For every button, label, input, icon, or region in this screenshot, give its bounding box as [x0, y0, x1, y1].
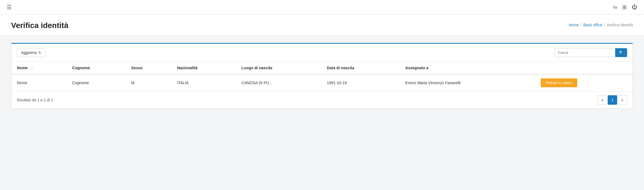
page-header: Verifica identità Home / Back office / V…	[0, 14, 644, 35]
results-text: Risultati da 1 a 1 di 1	[17, 98, 53, 102]
power-icon[interactable]: ⏻	[632, 4, 637, 10]
breadcrumb: Home / Back office / Verifica identità	[569, 23, 633, 27]
search-input[interactable]	[554, 48, 615, 57]
breadcrumb-sep-2: /	[604, 23, 605, 27]
toolbar-left: Aggiorna ↻	[17, 48, 46, 57]
col-luogo-nascita-label: Luogo di nascita	[241, 66, 272, 70]
grid-icon[interactable]: ⊞	[622, 4, 627, 11]
toolbar: Aggiorna ↻ 🔍	[11, 44, 633, 62]
pagination: « 1 »	[598, 95, 627, 105]
aggiorna-button[interactable]: Aggiorna ↻	[17, 48, 46, 57]
col-data-nascita: Data di nascita	[321, 62, 400, 74]
breadcrumb-sep-1: /	[581, 23, 582, 27]
cell-nome: Nome	[11, 74, 67, 91]
cell-data-nascita: 1991-10-19	[321, 74, 400, 91]
language-label: ita	[613, 5, 617, 9]
breadcrumb-current: Verifica identità	[607, 23, 633, 27]
col-assegnato-a-label: Assegnato a	[405, 66, 428, 70]
results-table: Nome ↑↓ Cognome Sesso Nazionalità Luogo …	[11, 62, 633, 91]
col-nazionalita: Nazionalità	[172, 62, 236, 74]
col-data-nascita-label: Data di nascita	[327, 66, 354, 70]
table-header-row: Nome ↑↓ Cognome Sesso Nazionalità Luogo …	[11, 62, 633, 74]
col-sesso-label: Sesso	[131, 66, 143, 70]
hamburger-icon[interactable]: ☰	[7, 4, 12, 11]
page-1-button[interactable]: 1	[608, 95, 617, 105]
table-footer: Risultati da 1 a 1 di 1 « 1 »	[11, 91, 633, 109]
col-sesso: Sesso	[126, 62, 172, 74]
prendi-in-carico-button[interactable]: Prendi in carico	[541, 78, 578, 87]
cell-nazionalita: ITALIA	[172, 74, 236, 91]
col-action	[535, 62, 633, 74]
panel: Aggiorna ↻ 🔍 Nome ↑↓	[11, 43, 633, 109]
navbar-right: ita ⊞ ⏻	[613, 4, 637, 11]
table-body: Nome Cognome M ITALIA CANOSA DI PU... 19…	[11, 74, 633, 91]
cell-luogo-nascita: CANOSA DI PU...	[236, 74, 321, 91]
breadcrumb-home[interactable]: Home	[569, 23, 579, 27]
page-prev-button[interactable]: «	[598, 95, 607, 105]
page-next-button[interactable]: »	[618, 95, 627, 105]
col-nome: Nome ↑↓	[11, 62, 67, 74]
navbar-left: ☰	[7, 4, 12, 11]
page-title: Verifica identità	[11, 21, 68, 30]
col-luogo-nascita: Luogo di nascita	[236, 62, 321, 74]
table-header: Nome ↑↓ Cognome Sesso Nazionalità Luogo …	[11, 62, 633, 74]
search-icon: 🔍	[619, 50, 624, 55]
main-content: Aggiorna ↻ 🔍 Nome ↑↓	[0, 35, 644, 117]
col-assegnato-a: Assegnato a	[400, 62, 535, 74]
navbar: ☰ ita ⊞ ⏻	[0, 0, 644, 14]
sort-icon-nome[interactable]: ↑↓	[30, 66, 33, 70]
cell-action: Prendi in carico	[535, 74, 633, 91]
col-nome-label: Nome	[17, 66, 28, 70]
search-area: 🔍	[554, 48, 627, 57]
breadcrumb-back-office[interactable]: Back office	[583, 23, 602, 27]
col-cognome-label: Cognome	[72, 66, 90, 70]
col-nazionalita-label: Nazionalità	[177, 66, 198, 70]
table-row: Nome Cognome M ITALIA CANOSA DI PU... 19…	[11, 74, 633, 91]
col-cognome: Cognome	[67, 62, 126, 74]
cell-assegnato-a: Enrico Maria Vincenzo Fasanelli	[400, 74, 535, 91]
refresh-icon: ↻	[38, 50, 42, 55]
cell-sesso: M	[126, 74, 172, 91]
aggiorna-label: Aggiorna	[21, 50, 37, 55]
search-button[interactable]: 🔍	[615, 48, 627, 57]
cell-cognome: Cognome	[67, 74, 126, 91]
